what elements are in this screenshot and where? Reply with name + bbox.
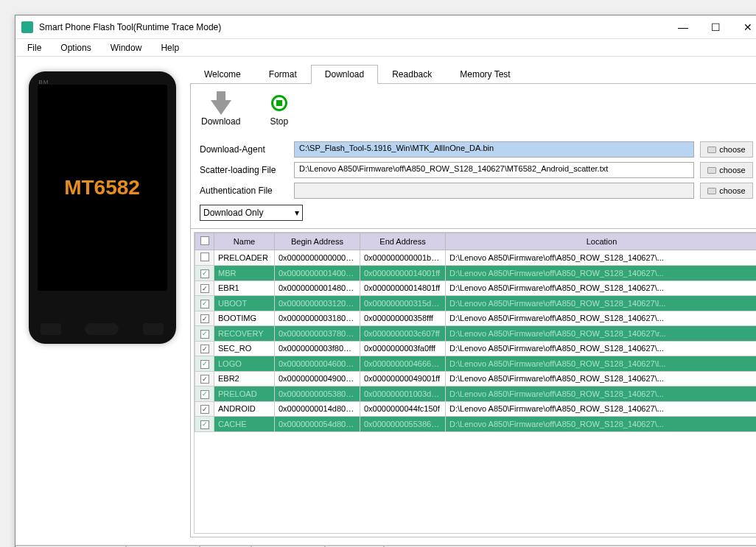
partition-table-panel: Name Begin Address End Address Location … <box>190 229 756 537</box>
row-location: D:\Lenovo A850\Firmware\off\A850_ROW_S12… <box>446 341 757 356</box>
chevron-down-icon: ▾ <box>295 208 299 218</box>
row-location: D:\Lenovo A850\Firmware\off\A850_ROW_S12… <box>446 280 757 296</box>
col-name[interactable]: Name <box>214 233 275 250</box>
row-check-cell[interactable] <box>195 401 214 417</box>
row-check-cell[interactable] <box>195 326 214 342</box>
row-end: 0x0000000055386093 <box>360 417 446 432</box>
download-mode-value: Download Only <box>203 208 263 218</box>
row-end: 0x000000000001ba2f <box>360 250 446 266</box>
download-mode-dropdown[interactable]: Download Only ▾ <box>200 205 303 221</box>
table-row[interactable]: ANDROID0x0000000014d800000x0000000044fc1… <box>195 401 757 417</box>
table-row[interactable]: BOOTIMG0x00000000031800000x000000000358f… <box>195 311 757 326</box>
row-name: CACHE <box>214 417 275 432</box>
tab-welcome[interactable]: Welcome <box>190 65 255 84</box>
checkbox[interactable] <box>200 420 209 429</box>
da-choose-button[interactable]: choose <box>700 141 753 158</box>
row-location: D:\Lenovo A850\Firmware\off\A850_ROW_S12… <box>446 401 757 417</box>
table-row[interactable]: CACHE0x0000000054d800000x000000005538609… <box>195 417 757 432</box>
row-begin: 0x0000000003180000 <box>275 311 360 326</box>
row-check-cell[interactable] <box>195 311 214 326</box>
row-end: 0x000000000358fff <box>360 311 446 326</box>
auth-label: Authentication File <box>200 186 288 196</box>
row-check-cell[interactable] <box>195 280 214 296</box>
tab-readback[interactable]: Readback <box>378 65 446 84</box>
checkbox[interactable] <box>200 345 209 353</box>
col-location[interactable]: Location <box>446 233 757 250</box>
auth-input[interactable] <box>294 183 694 199</box>
folder-icon <box>707 167 716 174</box>
col-end[interactable]: End Address <box>360 233 446 250</box>
row-check-cell[interactable] <box>195 356 214 372</box>
col-begin[interactable]: Begin Address <box>275 233 360 250</box>
row-begin: 0x0000000003f80000 <box>275 341 360 356</box>
row-begin: 0x0000000001480000 <box>275 280 360 296</box>
checkbox[interactable] <box>200 284 209 293</box>
row-location: D:\Lenovo A850\Firmware\off\A850_ROW_S12… <box>446 387 757 402</box>
window-title: Smart Phone Flash Tool(Runtime Trace Mod… <box>39 22 667 32</box>
maximize-button[interactable]: ☐ <box>699 17 732 38</box>
row-check-cell[interactable] <box>195 296 214 311</box>
table-row[interactable]: EBR20x00000000049000000x00000000049001ff… <box>195 371 757 387</box>
stop-label: Stop <box>270 116 288 127</box>
menu-file[interactable]: File <box>24 41 44 54</box>
phone-brand-label: BM <box>39 79 49 85</box>
tab-format[interactable]: Format <box>255 65 311 84</box>
row-name: RECOVERY <box>214 326 275 342</box>
row-check-cell[interactable] <box>195 417 214 432</box>
da-label: Download-Agent <box>200 144 288 155</box>
table-row[interactable]: UBOOT0x00000000031200000x000000000315dd9… <box>195 296 757 311</box>
stop-button[interactable]: Stop <box>270 91 288 127</box>
checkbox[interactable] <box>200 390 209 399</box>
row-name: MBR <box>214 266 275 281</box>
tab-download[interactable]: Download <box>311 65 378 84</box>
close-button[interactable]: ✕ <box>732 17 756 38</box>
checkbox[interactable] <box>200 375 209 384</box>
download-button[interactable]: Download <box>201 91 240 127</box>
partition-table[interactable]: Name Begin Address End Address Location … <box>194 232 756 534</box>
checkbox-all[interactable] <box>200 236 209 245</box>
table-row[interactable]: RECOVERY0x00000000037800000x0000000003c6… <box>195 326 757 342</box>
tab-memorytest[interactable]: Memory Test <box>446 65 524 84</box>
download-arrow-icon <box>211 100 231 115</box>
menu-options[interactable]: Options <box>57 41 94 54</box>
checkbox[interactable] <box>200 330 209 339</box>
row-check-cell[interactable] <box>195 250 214 266</box>
row-location: D:\Lenovo A850\Firmware\off\A850_ROW_S12… <box>446 266 757 281</box>
checkbox[interactable] <box>200 253 209 261</box>
stop-icon <box>271 95 287 111</box>
row-check-cell[interactable] <box>195 341 214 356</box>
col-check[interactable] <box>195 233 214 250</box>
row-end: 0x0000000004666743 <box>360 356 446 372</box>
table-row[interactable]: MBR0x00000000014000000x00000000014001ffD… <box>195 266 757 281</box>
table-row[interactable]: SEC_RO0x0000000003f800000x0000000003fa0f… <box>195 341 757 356</box>
folder-icon <box>707 188 716 194</box>
row-check-cell[interactable] <box>195 266 214 281</box>
row-begin: 0x0000000005380000 <box>275 387 360 402</box>
row-begin: 0x0000000054d80000 <box>275 417 360 432</box>
row-begin: 0x0000000001400000 <box>275 266 360 281</box>
checkbox[interactable] <box>200 405 209 414</box>
phone-back-button <box>143 323 164 335</box>
menu-help[interactable]: Help <box>158 41 182 54</box>
minimize-button[interactable]: — <box>667 17 699 38</box>
menu-window[interactable]: Window <box>108 41 145 54</box>
checkbox[interactable] <box>200 314 209 323</box>
table-row[interactable]: PRELOADER0x00000000000000000x00000000000… <box>195 250 757 266</box>
row-check-cell[interactable] <box>195 371 214 387</box>
table-row[interactable]: PRELOAD0x00000000053800000x000000001003d… <box>195 387 757 402</box>
table-row[interactable]: EBR10x00000000014800000x00000000014801ff… <box>195 280 757 296</box>
checkbox[interactable] <box>200 300 209 308</box>
auth-choose-button[interactable]: choose <box>700 183 753 199</box>
row-end: 0x000000001003d1cb <box>360 387 446 402</box>
checkbox[interactable] <box>200 269 209 278</box>
scatter-input[interactable]: D:\Lenovo A850\Firmware\off\A850_ROW_S12… <box>294 162 694 178</box>
chip-label: MT6582 <box>64 176 140 200</box>
da-input[interactable]: C:\SP_Flash_Tool-5.1916_Win\MTK_AllInOne… <box>294 141 694 158</box>
row-end: 0x0000000044fc150f <box>360 401 446 417</box>
scatter-choose-button[interactable]: choose <box>700 162 753 178</box>
row-check-cell[interactable] <box>195 387 214 402</box>
row-begin: 0x0000000004900000 <box>275 371 360 387</box>
table-row[interactable]: LOGO0x00000000046000000x0000000004666743… <box>195 356 757 372</box>
row-name: BOOTIMG <box>214 311 275 326</box>
checkbox[interactable] <box>200 360 209 369</box>
